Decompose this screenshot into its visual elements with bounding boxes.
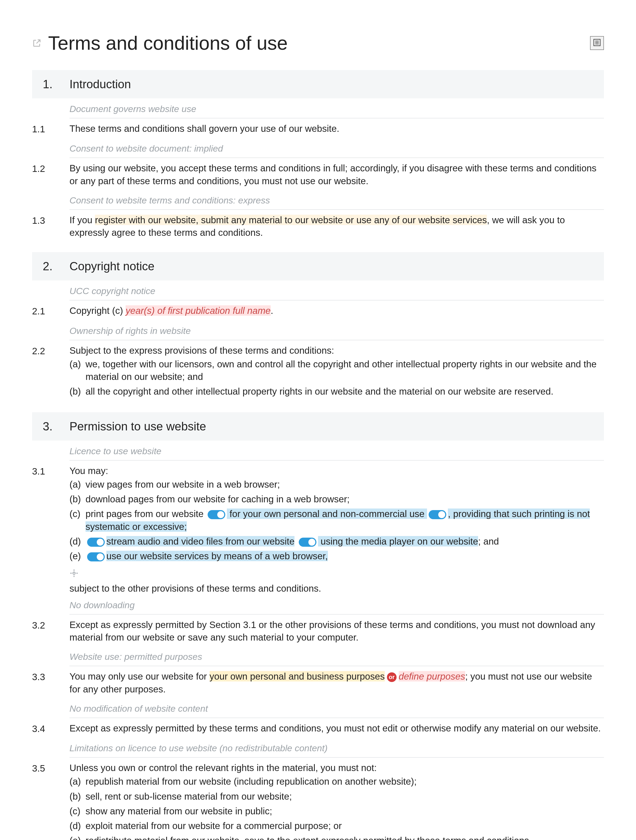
clause-body: If you register with our website, submit… xyxy=(69,214,604,239)
clause-body: These terms and conditions shall govern … xyxy=(69,122,604,135)
section-header: 1.Introduction xyxy=(32,70,604,98)
clause-body: Subject to the express provisions of the… xyxy=(69,344,604,399)
clause: 3.4Except as expressly permitted by thes… xyxy=(32,718,604,737)
section-number: 3. xyxy=(43,420,69,433)
sub-clause: (d)exploit material from our website for… xyxy=(69,818,604,833)
sub-clause: (b)download pages from our website for c… xyxy=(69,492,604,506)
clause-note: Consent to website document: implied xyxy=(69,138,604,158)
external-link-icon xyxy=(32,38,42,48)
sub-body: print pages from our website for your ow… xyxy=(85,507,604,533)
section-number: 1. xyxy=(43,77,69,91)
sub-label: (d) xyxy=(69,819,85,832)
sub-clause: (c)show any material from our website in… xyxy=(69,804,604,818)
toggle-switch[interactable] xyxy=(208,510,225,519)
clause: 3.5Unless you own or control the relevan… xyxy=(32,758,604,840)
toc-button[interactable] xyxy=(590,36,604,50)
title-left: Terms and conditions of use xyxy=(32,32,288,54)
clause-note: Limitations on licence to use website (n… xyxy=(69,737,604,758)
highlighted-text: your own personal and business purposes xyxy=(209,671,385,682)
clause-note: Website use: permitted purposes xyxy=(69,646,604,666)
clause-number: 3.1 xyxy=(32,464,69,564)
sub-body: sell, rent or sub-license material from … xyxy=(85,790,604,802)
sub-body: redistribute material from our website, … xyxy=(85,834,604,840)
clause-note: UCC copyright notice xyxy=(69,281,604,300)
toggle-switch[interactable] xyxy=(429,510,446,519)
clause: 1.2By using our website, you accept thes… xyxy=(32,158,604,190)
section-header: 3.Permission to use website xyxy=(32,412,604,441)
sub-clause: (a)view pages from our website in a web … xyxy=(69,477,604,492)
sub-label: (e) xyxy=(69,834,85,840)
clause-number: 3.5 xyxy=(32,761,69,840)
section-title: Copyright notice xyxy=(69,260,154,273)
sub-clause: (a)republish material from our website (… xyxy=(69,774,604,789)
title-row: Terms and conditions of use xyxy=(32,32,604,54)
page-title: Terms and conditions of use xyxy=(48,32,288,54)
or-badge[interactable]: or xyxy=(387,673,397,682)
clause: 2.1Copyright (c) year(s) of first public… xyxy=(32,300,604,320)
highlighted-text: use our website services by means of a w… xyxy=(106,551,328,561)
highlighted-text: stream audio and video files from our we… xyxy=(106,536,294,546)
clause: 3.3You may only use our website for your… xyxy=(32,666,604,698)
section-header: 2.Copyright notice xyxy=(32,252,604,281)
sub-clause: (b)all the copyright and other intellect… xyxy=(69,384,604,399)
sub-body: all the copyright and other intellectual… xyxy=(85,385,604,398)
toggle-switch[interactable] xyxy=(87,538,105,547)
highlighted-text: using the media player on our website xyxy=(318,536,478,546)
clause-body: Unless you own or control the relevant r… xyxy=(69,761,604,840)
sub-body: stream audio and video files from our we… xyxy=(85,535,604,548)
sub-body: exploit material from our website for a … xyxy=(85,819,604,832)
clause-body: You may:(a)view pages from our website i… xyxy=(69,464,604,564)
clause-number: 2.1 xyxy=(32,304,69,317)
sub-clause: (a)we, together with our licensors, own … xyxy=(69,357,604,384)
sub-clause: (e)redistribute material from our websit… xyxy=(69,833,604,840)
document-page: Terms and conditions of use 1.Introducti… xyxy=(0,0,636,840)
sub-label: (c) xyxy=(69,507,85,533)
clause: 1.1These terms and conditions shall gove… xyxy=(32,118,604,138)
sub-label: (b) xyxy=(69,385,85,398)
sub-body: we, together with our licensors, own and… xyxy=(85,358,604,383)
clause-number: 3.4 xyxy=(32,722,69,735)
svg-point-4 xyxy=(73,572,76,575)
clause-number: 1.1 xyxy=(32,122,69,135)
clause-number: 3.2 xyxy=(32,618,69,644)
clause-number: 2.2 xyxy=(32,344,69,399)
clause-note: Document governs website use xyxy=(69,98,604,118)
sub-label: (a) xyxy=(69,478,85,491)
clause-body: Except as expressly permitted by these t… xyxy=(69,722,604,735)
clause-note: No modification of website content xyxy=(69,698,604,718)
toggle-switch[interactable] xyxy=(299,538,316,547)
clause-number: 3.3 xyxy=(32,670,69,695)
clause-note: Ownership of rights in website xyxy=(69,320,604,340)
section-number: 2. xyxy=(43,260,69,273)
clause-note: Consent to website terms and conditions:… xyxy=(69,190,604,210)
clause-body: Copyright (c) year(s) of first publicati… xyxy=(69,304,604,317)
sub-body: use our website services by means of a w… xyxy=(85,549,604,562)
sub-label: (b) xyxy=(69,790,85,802)
toggle-switch[interactable] xyxy=(87,552,105,561)
sub-label: (b) xyxy=(69,493,85,505)
clause: 3.2Except as expressly permitted by Sect… xyxy=(32,615,604,646)
sub-clause: (b)sell, rent or sub-license material fr… xyxy=(69,789,604,804)
clause-note: Licence to use website xyxy=(69,441,604,461)
list-icon xyxy=(593,38,601,48)
sub-clause: (e)use our website services by means of … xyxy=(69,549,604,563)
clause-body: Except as expressly permitted by Section… xyxy=(69,618,604,644)
clause-note: No downloading xyxy=(69,595,604,615)
section-title: Permission to use website xyxy=(69,420,206,433)
clause: 1.3If you register with our website, sub… xyxy=(32,210,604,242)
section-title: Introduction xyxy=(69,77,131,91)
clause-body: You may only use our website for your ow… xyxy=(69,670,604,695)
highlighted-text: define purposes xyxy=(399,671,465,682)
sub-body: view pages from our website in a web bro… xyxy=(85,478,604,491)
sub-label: (c) xyxy=(69,805,85,817)
sub-clause: (d)stream audio and video files from our… xyxy=(69,534,604,549)
highlighted-text: year(s) of first publication full name xyxy=(126,305,271,316)
clause-body: By using our website, you accept these t… xyxy=(69,162,604,187)
sub-body: show any material from our website in pu… xyxy=(85,805,604,817)
clause: 3.1You may:(a)view pages from our websit… xyxy=(32,461,604,566)
sub-label: (a) xyxy=(69,775,85,788)
target-icon xyxy=(69,568,79,581)
clause-tail: subject to the other provisions of these… xyxy=(69,566,604,595)
tail-text: subject to the other provisions of these… xyxy=(69,582,604,595)
sub-body: download pages from our website for cach… xyxy=(85,493,604,505)
